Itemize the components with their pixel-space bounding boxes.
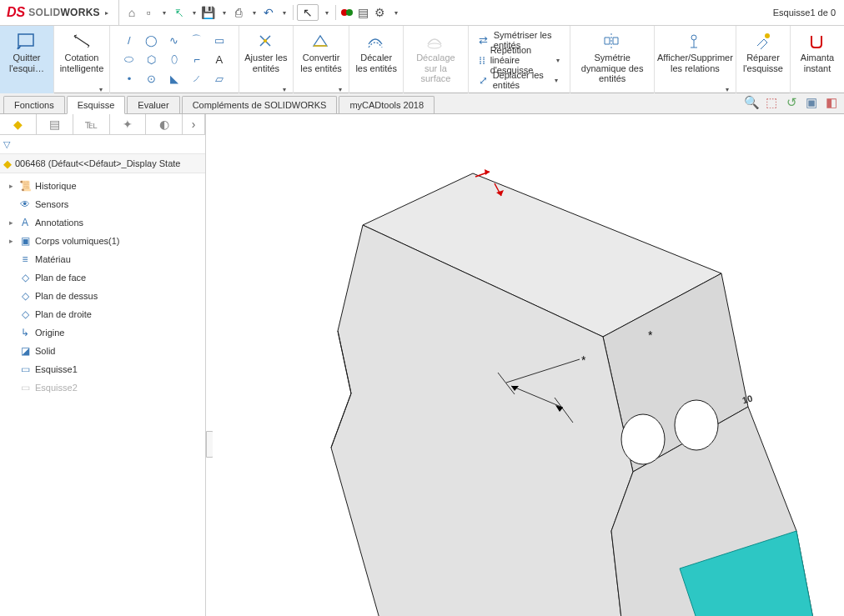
- pattern-tools-group: ⇄Symétriser les entités ⁞⁞Répétition lin…: [469, 26, 571, 95]
- linear-pattern-button[interactable]: ⁞⁞Répétition linéaire d'esquisse▾: [479, 51, 560, 69]
- tree-item[interactable]: 👁Sensors: [0, 195, 205, 213]
- display-style-icon[interactable]: ◧: [824, 95, 839, 110]
- exit-sketch-icon: [15, 30, 38, 52]
- chamfer-tool-icon[interactable]: ◣: [163, 69, 185, 88]
- smart-dimension-button[interactable]: Cotation intelligente ▾: [54, 26, 110, 95]
- logo-menu-dropdown-icon[interactable]: ▸: [102, 9, 112, 17]
- offset-entities-button[interactable]: Décaler les entités: [349, 26, 404, 95]
- print-icon[interactable]: ⎙: [231, 5, 246, 20]
- trim-entities-button[interactable]: Ajuster les entités ▾: [239, 26, 294, 95]
- section-view-icon[interactable]: ▣: [804, 95, 819, 110]
- point-tool-icon[interactable]: •: [118, 69, 140, 88]
- prev-view-icon[interactable]: ↺: [784, 95, 799, 110]
- tab-fonctions[interactable]: Fonctions: [3, 96, 65, 113]
- select-dropdown-icon[interactable]: ▾: [322, 9, 332, 17]
- open-dropdown-icon[interactable]: ▾: [189, 9, 199, 17]
- zoom-fit-icon[interactable]: 🔍: [744, 95, 759, 110]
- tab-complements[interactable]: Compléments de SOLIDWORKS: [182, 96, 338, 113]
- arc-tool-icon[interactable]: ⌒: [186, 31, 208, 49]
- fillet-tool-icon[interactable]: ⌐: [186, 50, 208, 68]
- linear-dropdown-icon[interactable]: ▾: [555, 57, 560, 64]
- graphics-viewport[interactable]: * * 10: [213, 114, 844, 616]
- tree-item[interactable]: ◪Solid: [0, 342, 205, 360]
- select-icon[interactable]: ↖: [297, 4, 319, 21]
- move-dropdown-icon[interactable]: ▾: [553, 77, 560, 84]
- home-icon[interactable]: ⌂: [124, 5, 139, 20]
- convert-dropdown-icon[interactable]: ▾: [335, 86, 345, 93]
- repair-sketch-button[interactable]: Réparer l'esquisse: [736, 26, 791, 95]
- tree-item[interactable]: ◇Plan de dessus: [0, 287, 205, 305]
- rectangle-tool-icon[interactable]: ▭: [208, 31, 230, 49]
- convert-entities-button[interactable]: Convertir les entités ▾: [294, 26, 349, 95]
- move-icon: ⤢: [479, 73, 488, 87]
- rebuild-icon[interactable]: [339, 5, 354, 20]
- trim-dropdown-icon[interactable]: ▾: [279, 86, 289, 93]
- part-icon: ◆: [3, 158, 12, 170]
- svg-point-6: [765, 33, 770, 38]
- propertymanager-tab-icon[interactable]: ▤: [37, 114, 73, 134]
- tree-item[interactable]: ≡Matériau: [0, 250, 205, 268]
- svg-point-4: [428, 43, 441, 48]
- tree-item[interactable]: ▸📜Historique: [0, 177, 205, 195]
- display-relations-button[interactable]: Afficher/Supprimer les relations ▾: [655, 26, 736, 95]
- new-doc-icon[interactable]: ▫: [141, 5, 156, 20]
- dimxpert-tab-icon[interactable]: ✦: [110, 114, 147, 134]
- move-entities-button[interactable]: ⤢Déplacer les entités▾: [479, 71, 560, 89]
- text-tool-icon[interactable]: A: [208, 50, 230, 68]
- new-dropdown-icon[interactable]: ▾: [159, 9, 169, 17]
- tab-esquisse[interactable]: Esquisse: [67, 96, 126, 114]
- circle-tool-icon[interactable]: ◯: [141, 31, 163, 49]
- ellipse-tool-icon[interactable]: ⬯: [163, 50, 185, 68]
- exit-sketch-button[interactable]: Quitter l'esqui…: [0, 26, 54, 95]
- panel-splitter[interactable]: [206, 114, 213, 616]
- smart-dim-dropdown-icon[interactable]: ▾: [96, 86, 106, 93]
- convert-icon: [309, 30, 333, 52]
- line-tool-icon[interactable]: /: [118, 31, 140, 49]
- expand-icon[interactable]: ▸: [7, 182, 15, 190]
- panel-tab-strip: ◆ ▤ ℡ ✦ ◐ ›: [0, 114, 205, 135]
- offset-surface-button: Décalage sur la surface: [404, 26, 468, 95]
- open-icon[interactable]: ⭶: [171, 5, 186, 20]
- tree-item[interactable]: ▸▣Corps volumiques(1): [0, 232, 205, 250]
- tree-item[interactable]: ▭Esquisse2: [0, 378, 205, 397]
- linear-pattern-icon: ⁞⁞: [479, 53, 485, 67]
- save-dropdown-icon[interactable]: ▾: [219, 9, 229, 17]
- slot-tool-icon[interactable]: ⬭: [118, 50, 140, 68]
- tree-item-label: Plan de dessus: [35, 291, 98, 301]
- print-dropdown-icon[interactable]: ▾: [249, 9, 259, 17]
- display-tab-icon[interactable]: ◐: [146, 114, 183, 134]
- featuremanager-tab-icon[interactable]: ◆: [0, 114, 37, 134]
- undo-dropdown-icon[interactable]: ▾: [279, 9, 289, 17]
- tab-evaluer[interactable]: Evaluer: [127, 96, 179, 113]
- tree-root-node[interactable]: ◆ 006468 (Défaut<<Défaut>_Display State: [0, 154, 205, 173]
- spline-tool-icon[interactable]: ∿: [163, 31, 185, 49]
- tab-mycad[interactable]: myCADtools 2018: [339, 96, 435, 113]
- options-icon[interactable]: ⚙: [373, 5, 388, 20]
- save-icon[interactable]: 💾: [201, 5, 216, 20]
- tree-item[interactable]: ◇Plan de face: [0, 268, 205, 287]
- tree-item-icon: ↳: [18, 326, 32, 339]
- undo-icon[interactable]: ↶: [261, 5, 276, 20]
- zoom-area-icon[interactable]: ⬚: [764, 95, 779, 110]
- file-props-icon[interactable]: ▤: [356, 5, 371, 20]
- centerline-tool-icon[interactable]: ⊙: [141, 69, 163, 88]
- options-dropdown-icon[interactable]: ▾: [391, 9, 401, 17]
- expand-icon[interactable]: ▸: [7, 218, 15, 227]
- offset-label: Décaler les entités: [354, 53, 398, 73]
- polygon-tool-icon[interactable]: ⬡: [141, 50, 163, 68]
- relations-dropdown-icon[interactable]: ▾: [722, 86, 732, 93]
- plane-tool-icon[interactable]: ▱: [208, 69, 230, 88]
- tree-item[interactable]: ▸AAnnotations: [0, 213, 205, 232]
- model-3d: * *: [213, 114, 844, 616]
- configmanager-tab-icon[interactable]: ℡: [73, 114, 110, 134]
- tree-filter[interactable]: ▽: [0, 135, 205, 154]
- tree-item[interactable]: ↳Origine: [0, 323, 205, 342]
- tree-item-label: Sensors: [35, 199, 68, 209]
- curve-tool-icon[interactable]: ⟋: [186, 69, 208, 88]
- expand-icon[interactable]: ▸: [7, 237, 15, 245]
- tree-item[interactable]: ▭Esquisse1: [0, 360, 205, 378]
- snaps-button[interactable]: Aimanta instant: [791, 26, 844, 95]
- tree-item[interactable]: ◇Plan de droite: [0, 305, 205, 323]
- dynamic-mirror-button[interactable]: Symétrie dynamique des entités: [570, 26, 654, 95]
- panel-expand-icon[interactable]: ›: [183, 114, 205, 134]
